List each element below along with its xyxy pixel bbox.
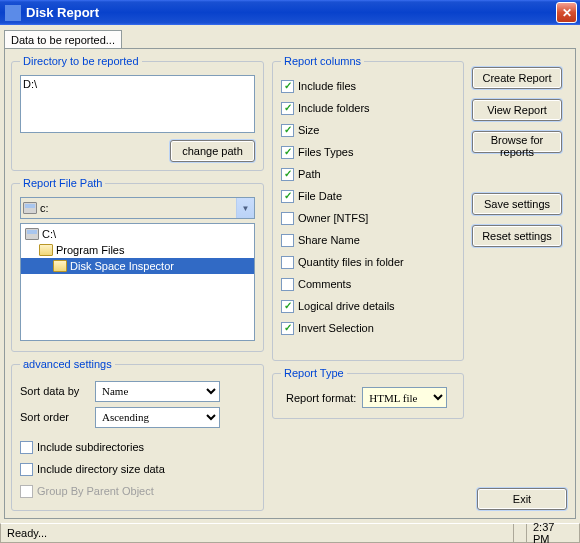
column-checkbox[interactable]: ✓ <box>281 190 294 203</box>
group-by-parent-label: Group By Parent Object <box>37 485 154 497</box>
column-label: Logical drive details <box>298 300 395 312</box>
column-label: File Date <box>298 190 342 202</box>
close-icon: ✕ <box>562 6 572 20</box>
column-checkbox[interactable]: ✓ <box>281 168 294 181</box>
column-checkbox-row: ✓Path <box>281 163 455 185</box>
folder-open-icon <box>39 244 53 256</box>
status-text: Ready... <box>1 524 514 542</box>
browse-reports-button[interactable]: Browse for reports <box>472 131 562 153</box>
directory-path-input[interactable]: D:\ <box>20 75 255 133</box>
column-label: Include folders <box>298 102 370 114</box>
column-label: Include files <box>298 80 356 92</box>
tree-label: Disk Space Inspector <box>70 260 174 272</box>
window-title: Disk Report <box>26 5 556 20</box>
column-checkbox-row: ✓Invert Selection <box>281 317 455 339</box>
advanced-settings-group: advanced settings Sort data by Name Sort… <box>11 358 264 511</box>
tabstrip: Data to be reported... <box>0 25 580 48</box>
column-checkbox[interactable] <box>281 234 294 247</box>
drive-select-value: c: <box>40 202 49 214</box>
column-checkbox[interactable] <box>281 278 294 291</box>
sort-order-label: Sort order <box>20 411 95 423</box>
report-file-path-legend: Report File Path <box>20 177 105 189</box>
column-checkbox-row: ✓Files Types <box>281 141 455 163</box>
column-checkbox-row: Comments <box>281 273 455 295</box>
column-label: Owner [NTFS] <box>298 212 368 224</box>
drive-icon <box>25 228 39 240</box>
column-checkbox-row: ✓Size <box>281 119 455 141</box>
close-button[interactable]: ✕ <box>556 2 577 23</box>
tab-data-to-be-reported[interactable]: Data to be reported... <box>4 30 122 49</box>
chevron-down-icon: ▼ <box>236 198 254 218</box>
group-by-parent-checkbox <box>20 485 33 498</box>
column-label: Share Name <box>298 234 360 246</box>
include-subdirs-label: Include subdirectories <box>37 441 144 453</box>
titlebar: Disk Report ✕ <box>0 0 580 25</box>
column-label: Invert Selection <box>298 322 374 334</box>
report-format-label: Report format: <box>286 392 356 404</box>
reset-settings-button[interactable]: Reset settings <box>472 225 562 247</box>
column-checkbox-row: Owner [NTFS] <box>281 207 455 229</box>
directory-legend: Directory to be reported <box>20 55 142 67</box>
column-checkbox-row: ✓Include files <box>281 75 455 97</box>
change-path-button[interactable]: change path <box>170 140 255 162</box>
exit-button[interactable]: Exit <box>477 488 567 510</box>
column-label: Quantity files in folder <box>298 256 404 268</box>
report-type-group: Report Type Report format: HTML file <box>272 367 464 419</box>
column-checkbox-row: ✓Logical drive details <box>281 295 455 317</box>
report-columns-group: Report columns ✓Include files✓Include fo… <box>272 55 464 361</box>
advanced-legend: advanced settings <box>20 358 115 370</box>
column-checkbox[interactable] <box>281 256 294 269</box>
sort-by-select[interactable]: Name <box>95 381 220 402</box>
column-label: Files Types <box>298 146 353 158</box>
column-checkbox-row: ✓File Date <box>281 185 455 207</box>
column-checkbox[interactable]: ✓ <box>281 102 294 115</box>
folder-tree[interactable]: C:\ Program Files Disk Space Inspector <box>20 223 255 341</box>
directory-group: Directory to be reported D:\ change path <box>11 55 264 171</box>
column-checkbox[interactable]: ✓ <box>281 80 294 93</box>
column-label: Size <box>298 124 319 136</box>
statusbar: Ready... 2:37 PM <box>0 523 580 543</box>
report-format-select[interactable]: HTML file <box>362 387 447 408</box>
column-checkbox[interactable]: ✓ <box>281 146 294 159</box>
column-checkbox[interactable]: ✓ <box>281 124 294 137</box>
include-subdirs-checkbox[interactable] <box>20 441 33 454</box>
tree-row[interactable]: Program Files <box>21 242 254 258</box>
folder-open-icon <box>53 260 67 272</box>
app-icon <box>5 5 21 21</box>
column-checkbox-row: Share Name <box>281 229 455 251</box>
column-checkbox[interactable] <box>281 212 294 225</box>
include-dir-size-label: Include directory size data <box>37 463 165 475</box>
report-file-path-group: Report File Path c: ▼ C:\ Program Files … <box>11 177 264 352</box>
save-settings-button[interactable]: Save settings <box>472 193 562 215</box>
create-report-button[interactable]: Create Report <box>472 67 562 89</box>
include-dir-size-checkbox[interactable] <box>20 463 33 476</box>
tree-row-selected[interactable]: Disk Space Inspector <box>21 258 254 274</box>
view-report-button[interactable]: View Report <box>472 99 562 121</box>
column-label: Path <box>298 168 321 180</box>
status-time: 2:37 PM <box>527 524 579 542</box>
sort-order-select[interactable]: Ascending <box>95 407 220 428</box>
sort-by-label: Sort data by <box>20 385 95 397</box>
column-checkbox[interactable]: ✓ <box>281 322 294 335</box>
tree-row[interactable]: C:\ <box>21 226 254 242</box>
tree-label: Program Files <box>56 244 124 256</box>
column-label: Comments <box>298 278 351 290</box>
drive-icon <box>23 202 37 214</box>
column-checkbox-row: ✓Include folders <box>281 97 455 119</box>
panel: Directory to be reported D:\ change path… <box>4 48 576 519</box>
drive-select[interactable]: c: ▼ <box>20 197 255 219</box>
tree-label: C:\ <box>42 228 56 240</box>
report-columns-legend: Report columns <box>281 55 364 67</box>
column-checkbox-row: Quantity files in folder <box>281 251 455 273</box>
report-type-legend: Report Type <box>281 367 347 379</box>
column-checkbox[interactable]: ✓ <box>281 300 294 313</box>
